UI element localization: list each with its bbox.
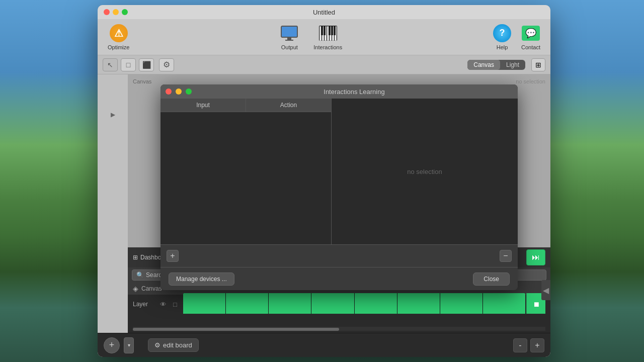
optimize-label: Optimize xyxy=(108,44,129,50)
title-bar: Untitled xyxy=(98,5,550,19)
frame-tool-btn[interactable]: □ xyxy=(121,58,136,71)
help-icon: ? xyxy=(493,24,511,42)
app-window: Untitled ⚠ Optimize xyxy=(98,5,550,357)
modal-right-panel: no selection xyxy=(332,99,518,244)
toolbar-left: ⚠ Optimize xyxy=(108,24,129,50)
output-label: Output xyxy=(281,44,298,50)
cursor-icon: ↖ xyxy=(107,61,113,69)
grid-btn[interactable]: ⊞ xyxy=(531,58,545,71)
svg-rect-14 xyxy=(331,26,333,35)
svg-rect-12 xyxy=(324,26,326,35)
modal-actions: Manage devices ... Close xyxy=(160,267,518,290)
chevron-down-icon: ▾ xyxy=(128,342,130,348)
add-icon: + xyxy=(109,340,115,350)
manage-devices-btn[interactable]: Manage devices ... xyxy=(169,273,234,286)
toolbar-right: ? Help 💬 Contact xyxy=(493,24,540,50)
add-layer-btn[interactable]: + xyxy=(104,337,120,353)
content-area: ▶ Canvas no selection Interactions Learn… xyxy=(98,74,550,333)
settings-btn[interactable]: ⚙ xyxy=(159,58,174,71)
toolbar-center: Output xyxy=(280,24,342,50)
edit-board-gear-icon: ⚙ xyxy=(154,341,160,349)
zoom-out-btn[interactable]: - xyxy=(513,338,527,352)
modal-add-btn[interactable]: + xyxy=(167,250,179,262)
sidebar-left: ▶ xyxy=(98,74,128,333)
cursor-tool-btn[interactable]: ↖ xyxy=(103,58,118,71)
interactions-label: Interactions xyxy=(313,44,342,50)
modal-footer: + − xyxy=(160,244,518,267)
modal-close-btn[interactable] xyxy=(166,88,172,95)
svg-rect-2 xyxy=(285,40,293,41)
modal-no-selection: no selection xyxy=(407,168,442,175)
output-tool[interactable]: Output xyxy=(280,24,298,50)
svg-rect-0 xyxy=(281,26,297,37)
modal-title: Interactions Learning xyxy=(196,88,513,96)
action-column-header: Action xyxy=(246,99,331,112)
minimize-button[interactable] xyxy=(113,9,119,15)
optimize-icon: ⚠ xyxy=(110,24,128,42)
monitor-svg xyxy=(280,25,298,41)
warning-icon: ⚠ xyxy=(110,24,128,42)
light-toggle-btn[interactable]: Light xyxy=(500,60,525,70)
svg-rect-1 xyxy=(287,37,291,40)
main-canvas: Canvas no selection Interactions Learnin… xyxy=(128,74,550,333)
modal-body: Input Action no selection xyxy=(160,99,518,244)
contact-tool[interactable]: 💬 Contact xyxy=(521,24,540,50)
svg-rect-15 xyxy=(334,26,336,35)
modal-table-header: Input Action xyxy=(160,99,331,112)
view-toggle: Canvas Light xyxy=(467,60,525,70)
modal-minimize-btn[interactable] xyxy=(176,88,182,95)
close-button[interactable] xyxy=(104,9,110,15)
bottom-right-buttons: - + xyxy=(513,338,544,352)
window-title: Untitled xyxy=(313,9,335,16)
bottom-bar: + ▾ ⚙ edit board - + xyxy=(98,333,550,357)
svg-rect-13 xyxy=(329,26,331,35)
contact-label: Contact xyxy=(521,44,540,50)
record-icon: ⬛ xyxy=(142,61,151,69)
contact-icon: 💬 xyxy=(522,24,540,42)
modal-overlay: Interactions Learning Input Action xyxy=(128,74,550,333)
gear-icon: ⚙ xyxy=(163,60,170,69)
interactions-icon xyxy=(319,24,337,42)
input-column-header: Input xyxy=(160,99,246,112)
modal-maximize-btn[interactable] xyxy=(186,88,192,95)
sub-toolbar: ↖ □ ⬛ ⚙ Canvas Light ⊞ xyxy=(98,55,550,74)
modal-minus-btn[interactable]: − xyxy=(500,250,512,262)
modal-table-body xyxy=(160,112,331,244)
interactions-tool[interactable]: Interactions xyxy=(313,24,342,50)
output-icon xyxy=(280,24,298,42)
modal-close-action-btn[interactable]: Close xyxy=(473,273,510,286)
edit-board-label: edit board xyxy=(163,341,192,349)
record-tool-btn[interactable]: ⬛ xyxy=(139,58,154,71)
help-label: Help xyxy=(497,44,508,50)
frame-icon: □ xyxy=(126,61,130,69)
traffic-lights xyxy=(104,9,128,15)
piano-svg xyxy=(319,26,337,41)
help-tool[interactable]: ? Help xyxy=(493,24,511,50)
svg-rect-11 xyxy=(321,26,323,35)
optimize-tool[interactable]: ⚠ Optimize xyxy=(108,24,129,50)
interactions-modal: Interactions Learning Input Action xyxy=(160,84,518,290)
canvas-toggle-btn[interactable]: Canvas xyxy=(467,60,500,70)
modal-title-bar: Interactions Learning xyxy=(160,84,518,99)
zoom-in-btn[interactable]: + xyxy=(530,338,544,352)
expand-left-btn[interactable]: ▶ xyxy=(108,110,118,120)
maximize-button[interactable] xyxy=(122,9,128,15)
contact-bubble: 💬 xyxy=(522,26,540,41)
main-toolbar: ⚠ Optimize Output xyxy=(98,19,550,55)
add-dropdown-btn[interactable]: ▾ xyxy=(124,337,134,353)
modal-left-panel: Input Action xyxy=(160,99,332,244)
edit-board-btn[interactable]: ⚙ edit board xyxy=(148,338,199,352)
help-circle: ? xyxy=(493,24,511,42)
grid-icon: ⊞ xyxy=(535,61,541,69)
